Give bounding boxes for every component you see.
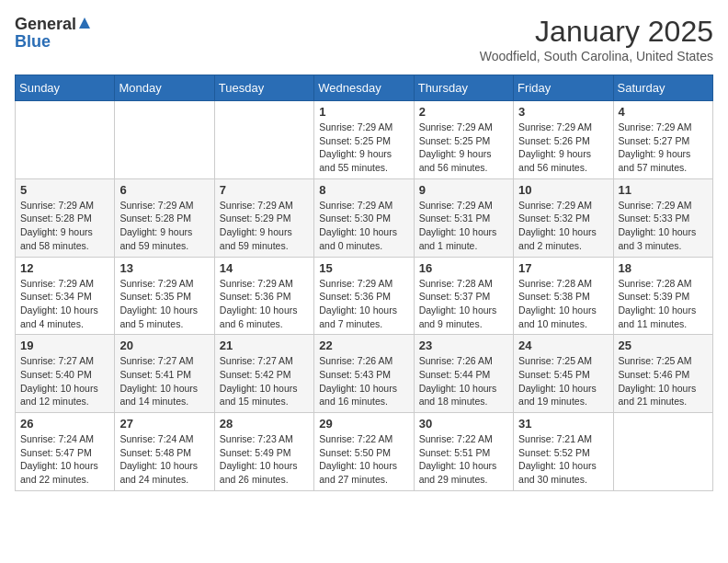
day-number: 27 bbox=[119, 417, 209, 431]
calendar-cell bbox=[613, 413, 712, 491]
weekday-header-tuesday: Tuesday bbox=[214, 75, 313, 101]
day-number: 14 bbox=[220, 261, 309, 275]
calendar-cell: 11Sunrise: 7:29 AM Sunset: 5:33 PM Dayli… bbox=[613, 178, 712, 257]
day-info: Sunrise: 7:29 AM Sunset: 5:27 PM Dayligh… bbox=[619, 121, 708, 175]
day-number: 23 bbox=[419, 339, 508, 352]
calendar-cell: 14Sunrise: 7:29 AM Sunset: 5:36 PM Dayli… bbox=[214, 257, 313, 335]
day-info: Sunrise: 7:28 AM Sunset: 5:39 PM Dayligh… bbox=[619, 277, 708, 331]
day-number: 20 bbox=[119, 339, 209, 352]
calendar-cell: 19Sunrise: 7:27 AM Sunset: 5:40 PM Dayli… bbox=[16, 335, 115, 413]
calendar-cell: 12Sunrise: 7:29 AM Sunset: 5:34 PM Dayli… bbox=[16, 257, 115, 335]
calendar-week-row: 19Sunrise: 7:27 AM Sunset: 5:40 PM Dayli… bbox=[16, 335, 713, 413]
calendar-cell: 6Sunrise: 7:29 AM Sunset: 5:28 PM Daylig… bbox=[115, 178, 214, 257]
day-info: Sunrise: 7:21 AM Sunset: 5:52 PM Dayligh… bbox=[518, 432, 608, 487]
day-info: Sunrise: 7:27 AM Sunset: 5:40 PM Dayligh… bbox=[20, 354, 109, 408]
day-info: Sunrise: 7:27 AM Sunset: 5:42 PM Dayligh… bbox=[220, 354, 309, 408]
weekday-header-friday: Friday bbox=[514, 75, 613, 101]
weekday-header-sunday: Sunday bbox=[16, 75, 115, 101]
calendar-cell: 27Sunrise: 7:24 AM Sunset: 5:48 PM Dayli… bbox=[115, 413, 214, 491]
day-number: 5 bbox=[20, 183, 109, 197]
day-number: 25 bbox=[619, 339, 708, 352]
calendar-week-row: 1Sunrise: 7:29 AM Sunset: 5:25 PM Daylig… bbox=[16, 101, 713, 179]
day-number: 15 bbox=[319, 261, 408, 275]
calendar-cell: 21Sunrise: 7:27 AM Sunset: 5:42 PM Dayli… bbox=[214, 335, 313, 413]
calendar-cell: 13Sunrise: 7:29 AM Sunset: 5:35 PM Dayli… bbox=[115, 257, 214, 335]
day-info: Sunrise: 7:26 AM Sunset: 5:43 PM Dayligh… bbox=[319, 354, 408, 408]
logo-arrow-icon bbox=[78, 17, 91, 33]
day-number: 4 bbox=[619, 105, 708, 119]
calendar-cell: 9Sunrise: 7:29 AM Sunset: 5:31 PM Daylig… bbox=[414, 178, 513, 257]
day-info: Sunrise: 7:29 AM Sunset: 5:26 PM Dayligh… bbox=[518, 121, 608, 175]
day-number: 28 bbox=[220, 417, 309, 431]
calendar-table: SundayMondayTuesdayWednesdayThursdayFrid… bbox=[15, 75, 713, 491]
day-info: Sunrise: 7:29 AM Sunset: 5:29 PM Dayligh… bbox=[220, 199, 309, 253]
day-number: 30 bbox=[419, 417, 508, 431]
calendar-cell: 2Sunrise: 7:29 AM Sunset: 5:25 PM Daylig… bbox=[414, 101, 513, 179]
day-number: 2 bbox=[419, 105, 508, 119]
day-info: Sunrise: 7:28 AM Sunset: 5:37 PM Dayligh… bbox=[419, 277, 508, 331]
day-number: 21 bbox=[220, 339, 309, 352]
day-info: Sunrise: 7:29 AM Sunset: 5:28 PM Dayligh… bbox=[119, 199, 209, 253]
logo: General Blue bbox=[15, 15, 91, 52]
day-number: 1 bbox=[319, 105, 408, 119]
day-number: 10 bbox=[518, 183, 608, 197]
day-number: 16 bbox=[419, 261, 508, 275]
calendar-cell: 29Sunrise: 7:22 AM Sunset: 5:50 PM Dayli… bbox=[314, 413, 414, 491]
day-info: Sunrise: 7:29 AM Sunset: 5:33 PM Dayligh… bbox=[619, 199, 708, 253]
calendar-cell: 1Sunrise: 7:29 AM Sunset: 5:25 PM Daylig… bbox=[314, 101, 414, 179]
day-number: 17 bbox=[518, 261, 608, 275]
day-info: Sunrise: 7:24 AM Sunset: 5:47 PM Dayligh… bbox=[20, 432, 109, 487]
calendar-week-row: 5Sunrise: 7:29 AM Sunset: 5:28 PM Daylig… bbox=[16, 178, 713, 257]
day-info: Sunrise: 7:22 AM Sunset: 5:50 PM Dayligh… bbox=[319, 432, 408, 487]
title-block: January 2025 Woodfield, South Carolina, … bbox=[480, 15, 713, 63]
month-title: January 2025 bbox=[480, 15, 713, 49]
calendar-week-row: 12Sunrise: 7:29 AM Sunset: 5:34 PM Dayli… bbox=[16, 257, 713, 335]
calendar-cell: 10Sunrise: 7:29 AM Sunset: 5:32 PM Dayli… bbox=[514, 178, 613, 257]
calendar-cell: 17Sunrise: 7:28 AM Sunset: 5:38 PM Dayli… bbox=[514, 257, 613, 335]
day-number: 3 bbox=[518, 105, 608, 119]
day-number: 7 bbox=[220, 183, 309, 197]
weekday-header-thursday: Thursday bbox=[414, 75, 513, 101]
calendar-cell: 30Sunrise: 7:22 AM Sunset: 5:51 PM Dayli… bbox=[414, 413, 513, 491]
day-info: Sunrise: 7:29 AM Sunset: 5:30 PM Dayligh… bbox=[319, 199, 408, 253]
calendar-cell: 20Sunrise: 7:27 AM Sunset: 5:41 PM Dayli… bbox=[115, 335, 214, 413]
day-info: Sunrise: 7:29 AM Sunset: 5:31 PM Dayligh… bbox=[419, 199, 508, 253]
day-info: Sunrise: 7:29 AM Sunset: 5:36 PM Dayligh… bbox=[319, 277, 408, 331]
day-info: Sunrise: 7:29 AM Sunset: 5:34 PM Dayligh… bbox=[20, 277, 109, 331]
day-number: 29 bbox=[319, 417, 408, 431]
day-number: 12 bbox=[20, 261, 109, 275]
calendar-cell: 5Sunrise: 7:29 AM Sunset: 5:28 PM Daylig… bbox=[16, 178, 115, 257]
day-info: Sunrise: 7:29 AM Sunset: 5:36 PM Dayligh… bbox=[220, 277, 309, 331]
location: Woodfield, South Carolina, United States bbox=[480, 49, 713, 63]
day-number: 18 bbox=[619, 261, 708, 275]
calendar-cell: 18Sunrise: 7:28 AM Sunset: 5:39 PM Dayli… bbox=[613, 257, 712, 335]
day-number: 13 bbox=[119, 261, 209, 275]
calendar-cell: 28Sunrise: 7:23 AM Sunset: 5:49 PM Dayli… bbox=[214, 413, 313, 491]
calendar-week-row: 26Sunrise: 7:24 AM Sunset: 5:47 PM Dayli… bbox=[16, 413, 713, 491]
calendar-cell: 7Sunrise: 7:29 AM Sunset: 5:29 PM Daylig… bbox=[214, 178, 313, 257]
svg-marker-0 bbox=[79, 17, 90, 29]
calendar-cell: 23Sunrise: 7:26 AM Sunset: 5:44 PM Dayli… bbox=[414, 335, 513, 413]
day-info: Sunrise: 7:22 AM Sunset: 5:51 PM Dayligh… bbox=[419, 432, 508, 487]
calendar-cell: 8Sunrise: 7:29 AM Sunset: 5:30 PM Daylig… bbox=[314, 178, 414, 257]
calendar-cell: 26Sunrise: 7:24 AM Sunset: 5:47 PM Dayli… bbox=[16, 413, 115, 491]
weekday-header-wednesday: Wednesday bbox=[314, 75, 414, 101]
day-info: Sunrise: 7:24 AM Sunset: 5:48 PM Dayligh… bbox=[119, 432, 209, 487]
logo-blue-text: Blue bbox=[15, 32, 51, 52]
calendar-cell: 4Sunrise: 7:29 AM Sunset: 5:27 PM Daylig… bbox=[613, 101, 712, 179]
day-info: Sunrise: 7:28 AM Sunset: 5:38 PM Dayligh… bbox=[518, 277, 608, 331]
day-info: Sunrise: 7:29 AM Sunset: 5:35 PM Dayligh… bbox=[119, 277, 209, 331]
day-number: 6 bbox=[119, 183, 209, 197]
calendar-cell: 3Sunrise: 7:29 AM Sunset: 5:26 PM Daylig… bbox=[514, 101, 613, 179]
day-info: Sunrise: 7:25 AM Sunset: 5:45 PM Dayligh… bbox=[518, 354, 608, 408]
page-header: General Blue January 2025 Woodfield, Sou… bbox=[15, 15, 713, 63]
day-number: 31 bbox=[518, 417, 608, 431]
day-info: Sunrise: 7:25 AM Sunset: 5:46 PM Dayligh… bbox=[619, 354, 708, 408]
calendar-cell: 31Sunrise: 7:21 AM Sunset: 5:52 PM Dayli… bbox=[514, 413, 613, 491]
day-info: Sunrise: 7:29 AM Sunset: 5:25 PM Dayligh… bbox=[319, 121, 408, 175]
calendar-cell: 25Sunrise: 7:25 AM Sunset: 5:46 PM Dayli… bbox=[613, 335, 712, 413]
day-number: 11 bbox=[619, 183, 708, 197]
calendar-cell bbox=[16, 101, 115, 179]
logo-general-text: General bbox=[15, 15, 76, 34]
day-number: 19 bbox=[20, 339, 109, 352]
